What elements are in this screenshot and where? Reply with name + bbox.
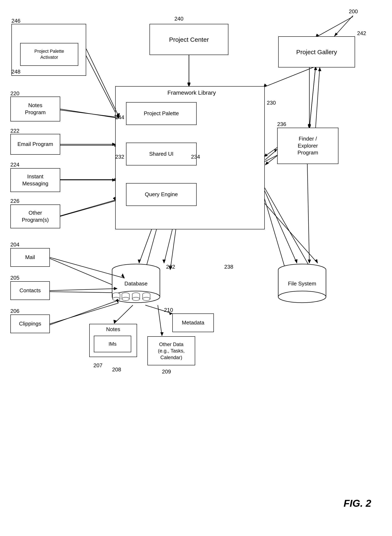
other-programs-box: OtherProgram(s)	[10, 205, 60, 228]
svg-text:Database: Database	[124, 280, 147, 287]
svg-line-76	[316, 67, 320, 128]
svg-marker-105	[275, 149, 277, 152]
svg-point-53	[122, 297, 129, 301]
svg-line-8	[83, 50, 118, 117]
shared-ui-label: Shared UI	[149, 150, 173, 158]
svg-marker-77	[318, 67, 321, 71]
ref-232: 232	[115, 154, 124, 160]
project-gallery-box: Project Gallery	[278, 36, 355, 67]
svg-point-58	[132, 297, 140, 301]
arrows-layer	[0, 0, 392, 536]
notes-box: Notes IMs	[89, 324, 137, 357]
svg-marker-75	[308, 124, 311, 128]
metadata-box: Metadata	[172, 313, 214, 332]
svg-line-20	[50, 292, 116, 293]
svg-line-112	[158, 305, 162, 336]
svg-line-22	[50, 301, 116, 325]
svg-line-96	[164, 229, 172, 263]
mail-box: Mail	[10, 248, 50, 267]
svg-point-63	[143, 297, 150, 301]
contacts-box: Contacts	[10, 281, 50, 300]
svg-line-16	[60, 199, 118, 216]
ref-202: 202	[166, 264, 175, 270]
ref-238: 238	[224, 264, 233, 270]
metadata-label: Metadata	[182, 319, 204, 326]
ref-222: 222	[10, 128, 19, 134]
ref-200: 200	[349, 8, 358, 15]
connections-svg	[0, 0, 392, 536]
contacts-label: Contacts	[19, 287, 41, 294]
ims-box: IMs	[94, 336, 131, 352]
svg-line-6	[309, 66, 316, 129]
ref-246: 246	[11, 18, 20, 24]
svg-line-10	[60, 110, 118, 117]
project-center-box: Project Center	[149, 24, 228, 55]
svg-line-98	[265, 191, 297, 263]
project-palette-label: Project Palette	[144, 110, 179, 117]
svg-line-100	[265, 203, 318, 263]
svg-line-26	[170, 225, 177, 270]
svg-marker-111	[114, 320, 117, 323]
svg-marker-107	[265, 162, 269, 165]
svg-point-68	[278, 291, 326, 303]
svg-line-0	[316, 17, 353, 37]
ims-label: IMs	[109, 341, 117, 347]
query-engine-box: Query Engine	[126, 183, 197, 206]
framework-library-box: Framework Library Project Palette Shared…	[115, 86, 265, 229]
svg-line-78	[86, 49, 119, 117]
svg-line-80	[60, 109, 119, 118]
notes-program-label: NotesProgram	[25, 102, 46, 116]
ref-220: 220	[10, 90, 19, 97]
ref-230: 230	[267, 100, 276, 106]
svg-marker-73	[187, 83, 190, 86]
svg-line-104	[265, 149, 277, 160]
ref-236: 236	[277, 121, 286, 127]
ref-205: 205	[10, 275, 19, 281]
svg-line-18	[50, 258, 116, 286]
ref-240: 240	[174, 16, 183, 22]
ref-244: 244	[115, 114, 124, 121]
svg-line-110	[114, 305, 133, 323]
instant-messaging-label: InstantMessaging	[22, 173, 48, 187]
svg-marker-95	[138, 260, 141, 263]
svg-line-92	[50, 303, 118, 324]
project-center-label: Project Center	[169, 36, 209, 44]
query-engine-label: Query Engine	[145, 191, 178, 198]
email-program-label: Email Program	[18, 141, 53, 148]
svg-marker-71	[334, 33, 338, 36]
svg-line-102	[307, 164, 309, 263]
finder-explorer-label: Finder /ExplorerProgram	[298, 135, 318, 156]
svg-line-36	[309, 66, 316, 129]
mail-label: Mail	[25, 254, 35, 261]
shared-ui-box: Shared UI	[126, 143, 197, 165]
svg-point-48	[112, 297, 120, 301]
project-palette-box: Project Palette	[126, 102, 197, 125]
svg-marker-97	[163, 260, 165, 263]
diagram: 200 Application Program Project PaletteA…	[0, 0, 392, 536]
file-system-cylinder: File System	[276, 264, 328, 305]
other-data-box: Other Data(e.g., Tasks,Calendar)	[147, 336, 195, 365]
svg-line-86	[60, 201, 116, 216]
database-cylinder: Database	[110, 264, 162, 305]
ref-242: 242	[357, 30, 366, 37]
figure-label: FIG. 2	[344, 498, 371, 509]
framework-library-label: Framework Library	[167, 89, 216, 96]
ref-226: 226	[10, 198, 19, 204]
svg-line-24	[145, 225, 158, 270]
svg-marker-101	[315, 259, 318, 263]
project-palette-activator-label: Project PaletteActivator	[34, 48, 64, 60]
ref-209: 209	[162, 368, 171, 375]
ref-208: 208	[112, 366, 121, 373]
other-programs-label: OtherProgram(s)	[22, 210, 49, 224]
ref-207: 207	[93, 362, 102, 369]
svg-line-30	[264, 187, 311, 270]
ref-204: 204	[10, 242, 19, 248]
email-program-box: Email Program	[10, 134, 60, 155]
ref-206: 206	[10, 308, 19, 314]
finder-explorer-box: Finder /ExplorerProgram	[277, 128, 338, 164]
svg-line-106	[265, 156, 277, 165]
svg-marker-113	[160, 332, 163, 336]
svg-line-70	[334, 16, 353, 36]
notes-label: Notes	[106, 326, 120, 332]
svg-marker-103	[308, 260, 311, 263]
